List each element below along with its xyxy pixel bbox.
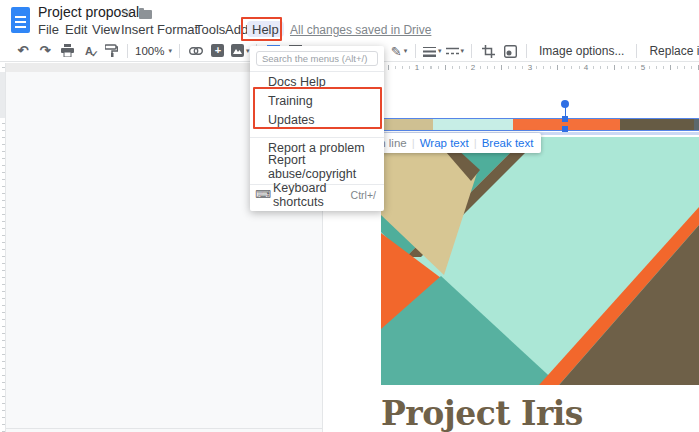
undo-button[interactable]: ↶ [14, 42, 32, 60]
add-comment-button[interactable]: + [209, 42, 227, 60]
tooltip-divider: | [474, 137, 477, 149]
replace-image-button[interactable]: Replace image ▾ [642, 42, 699, 60]
image-toolbar-group: ✎ ▾ ▾ ▾ [388, 40, 699, 62]
crop-image-button[interactable] [479, 42, 497, 60]
menu-format[interactable]: Format [157, 22, 198, 38]
spellcheck-icon: A✓ [85, 45, 93, 57]
line-weight-icon [423, 46, 436, 57]
menu-edit[interactable]: Edit [65, 22, 87, 38]
chevron-down-icon: ▾ [404, 47, 408, 55]
ruler-number: 2 [469, 63, 477, 72]
chevron-down-icon: ▾ [168, 47, 172, 55]
border-dash-button[interactable]: ▾ [446, 42, 465, 60]
toolbar-separator [526, 44, 527, 58]
undo-icon: ↶ [18, 44, 29, 57]
print-button[interactable] [58, 42, 76, 60]
mask-image-icon [504, 45, 517, 58]
shortcut-key-label: Ctrl+/ [351, 189, 376, 201]
help-item-keyboard-shortcuts[interactable]: ⌨ Keyboard shortcuts Ctrl+/ [250, 185, 384, 204]
mask-image-button[interactable] [501, 42, 519, 60]
help-dropdown-menu: Docs Help Training Updates Report a prob… [250, 46, 384, 211]
insert-image-button[interactable]: ▾ [231, 42, 250, 60]
ruler-number: 5 [639, 63, 647, 72]
zoom-select[interactable]: 100% ▾ [135, 42, 172, 60]
insert-link-button[interactable] [187, 42, 205, 60]
ruler-number: 3 [526, 63, 534, 72]
selected-image-strip[interactable] [381, 118, 699, 131]
toolbar-separator [415, 44, 416, 58]
resize-handle-bottom[interactable] [562, 126, 568, 132]
crop-icon [482, 45, 495, 58]
canvas-divider-line [6, 428, 322, 429]
redo-icon: ↷ [40, 44, 51, 57]
chevron-down-icon: ▾ [246, 47, 250, 55]
paint-format-button[interactable] [102, 42, 120, 60]
menu-help[interactable]: Help [247, 21, 284, 37]
toolbar-separator [636, 44, 637, 58]
zoom-value: 100% [135, 45, 164, 57]
menu-insert[interactable]: Insert [121, 22, 154, 38]
line-dash-icon [446, 47, 459, 56]
tooltip-divider: | [412, 137, 415, 149]
ruler-number: 4 [582, 63, 590, 72]
replace-image-label: Replace image [649, 44, 699, 58]
keyboard-shortcuts-label: Keyboard shortcuts [273, 181, 351, 209]
border-color-button[interactable]: ✎ ▾ [390, 42, 408, 60]
help-item-report-abuse[interactable]: Report abuse/copyright [250, 157, 384, 176]
menu-search-input[interactable] [256, 51, 378, 66]
text-wrap-toolbar: In line | Wrap text | Break text [368, 133, 541, 153]
insert-image-icon [231, 44, 244, 57]
folder-icon[interactable] [139, 10, 152, 19]
top-bar: Project proposal ☆ File Edit View Insert… [0, 0, 699, 40]
keyboard-icon: ⌨ [255, 188, 268, 201]
toolbar-separator [127, 44, 128, 58]
google-docs-window: Project proposal ☆ File Edit View Insert… [0, 0, 699, 432]
image-options-button[interactable]: Image options... [532, 42, 631, 60]
chevron-down-icon: ▾ [438, 47, 442, 55]
ruler-number: 1 [413, 63, 421, 72]
menu-view[interactable]: View [92, 22, 120, 38]
save-status-link[interactable]: All changes saved in Drive [290, 23, 431, 37]
menu-file[interactable]: File [38, 22, 59, 38]
menu-tools[interactable]: Tools [195, 22, 225, 38]
spellcheck-button[interactable]: A✓ [80, 42, 98, 60]
help-item-updates[interactable]: Updates [250, 110, 384, 129]
toolbar-separator [179, 44, 180, 58]
wrap-option-break-text[interactable]: Break text [482, 137, 534, 149]
docs-logo-icon[interactable] [11, 7, 30, 33]
chevron-down-icon: ▾ [461, 47, 465, 55]
vertical-ruler-margin [0, 72, 5, 118]
resize-handle-top[interactable] [562, 116, 568, 122]
help-item-training[interactable]: Training [250, 91, 384, 110]
paint-roller-icon [105, 44, 118, 57]
star-icon[interactable]: ☆ [120, 5, 132, 20]
border-weight-button[interactable]: ▾ [423, 42, 442, 60]
toolbar-separator [471, 44, 472, 58]
redo-button[interactable]: ↷ [36, 42, 54, 60]
document-heading: Project Iris [381, 394, 583, 432]
add-comment-icon: + [211, 44, 224, 57]
link-icon [189, 47, 203, 55]
wrap-option-wrap-text[interactable]: Wrap text [420, 137, 469, 149]
pen-icon: ✎ [391, 45, 402, 58]
document-hero-image[interactable] [381, 137, 699, 385]
vertical-ruler[interactable] [0, 63, 6, 432]
help-item-docs-help[interactable]: Docs Help [250, 72, 384, 91]
print-icon [61, 44, 74, 57]
